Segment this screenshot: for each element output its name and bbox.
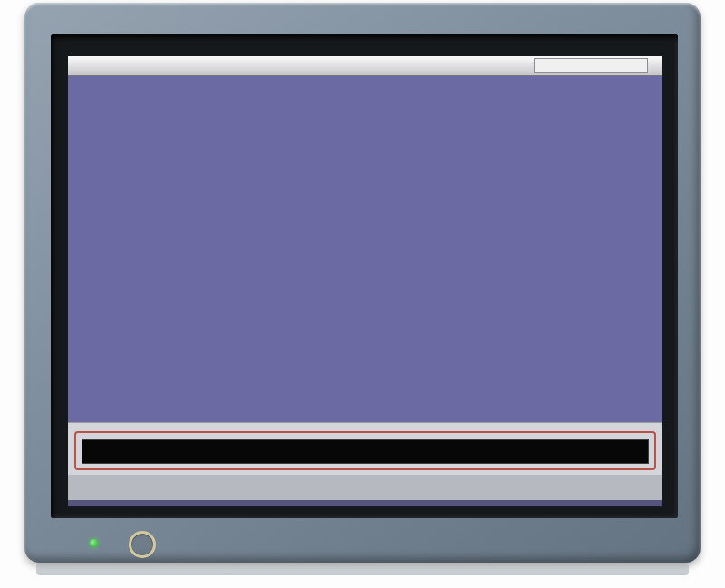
alarm-group-box bbox=[74, 431, 656, 470]
hmi-screen bbox=[68, 56, 662, 506]
alarm-panel bbox=[68, 422, 662, 475]
monitor-base-lip bbox=[36, 562, 689, 575]
process-diagram bbox=[68, 76, 662, 422]
process-diagram-svg bbox=[68, 76, 662, 422]
alarm-message-box bbox=[82, 439, 649, 464]
panel-monitor-bezel bbox=[24, 3, 701, 563]
io-select-button[interactable] bbox=[129, 531, 156, 558]
title-bar bbox=[68, 56, 662, 76]
photo-backdrop bbox=[0, 0, 725, 588]
datetime-display bbox=[534, 58, 648, 73]
screen-bottom-strip bbox=[68, 500, 662, 506]
nav-bar bbox=[68, 475, 662, 500]
power-led bbox=[90, 539, 98, 547]
screen-recess bbox=[51, 34, 678, 518]
